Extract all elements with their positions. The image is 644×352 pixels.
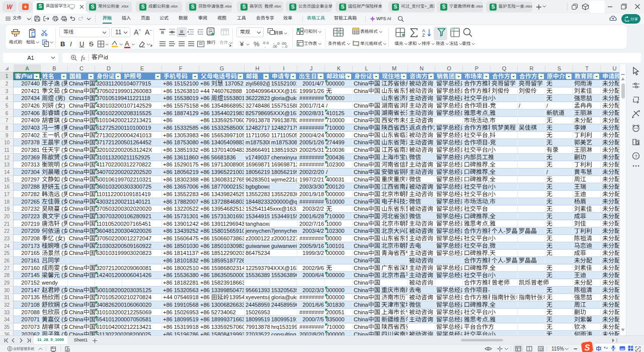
svg-text:guiwanwei: guiwanwei	[246, 243, 271, 249]
svg-text:): )	[63, 95, 65, 101]
svg-text:+86 15731301693: +86 15731301693	[200, 213, 245, 219]
svg-text:########: ########	[299, 95, 325, 101]
svg-text:China: China	[354, 177, 369, 183]
svg-text:+86 13359257060: +86 13359257060	[200, 117, 245, 123]
svg-text:28: 28	[4, 273, 10, 278]
svg-text:A: A	[25, 65, 29, 71]
svg-text:(: (	[61, 221, 63, 227]
svg-text:China: China	[354, 294, 369, 300]
svg-text:2000/4/24: 2000/4/24	[299, 132, 324, 138]
svg-text:(: (	[61, 316, 63, 322]
svg-text:31: 31	[4, 295, 10, 300]
svg-text:000000: 000000	[326, 80, 345, 86]
svg-text:(: (	[61, 250, 63, 256]
svg-text:,: ,	[488, 110, 490, 116]
svg-text:340702200202202520: 340702200202202520	[96, 169, 151, 175]
svg-text:000000: 000000	[326, 191, 345, 197]
svg-text:+86 18595187726: +86 18595187726	[200, 257, 245, 263]
svg-text:1997/2/21: 1997/2/21	[299, 177, 324, 183]
svg-text:(: (	[61, 88, 63, 94]
svg-text:+86 13911296943: +86 13911296943	[200, 221, 245, 227]
svg-text:2001/6/28: 2001/6/28	[299, 213, 324, 219]
svg-text:2005/1/26: 2005/1/26	[299, 139, 324, 145]
svg-text:22: 22	[4, 228, 10, 234]
svg-text:2002/8/31: 2002/8/31	[299, 110, 324, 116]
svg-text:China: China	[69, 110, 84, 116]
svg-text:China: China	[354, 154, 369, 160]
svg-text:207223: 207223	[21, 213, 40, 219]
svg-text:150269534: 150269534	[246, 309, 273, 315]
svg-text:########: ########	[299, 324, 325, 330]
svg-text:B: B	[52, 65, 56, 71]
svg-text:710000: 710000	[326, 324, 345, 330]
svg-text:301830: 301830	[326, 302, 345, 308]
svg-text:117110505: 117110505	[246, 132, 272, 138]
svg-text:China: China	[69, 125, 84, 131]
svg-text:2002/2/20: 2002/2/20	[299, 169, 324, 175]
svg-text:(: (	[61, 228, 63, 234]
svg-text:(: (	[61, 139, 63, 145]
svg-text:China: China	[69, 161, 84, 167]
svg-text:+86 18512290203: +86 18512290203	[200, 250, 245, 256]
svg-text:310113200211152925: 310113200211152925	[96, 154, 150, 160]
svg-text:14: 14	[4, 169, 10, 175]
svg-text:16: 16	[4, 184, 10, 190]
svg-text:244589596: 244589596	[246, 302, 273, 308]
svg-text:China: China	[354, 88, 369, 94]
svg-text:13954: 13954	[229, 294, 245, 300]
svg-text:China: China	[69, 147, 84, 153]
svg-text:(: (	[61, 272, 63, 278]
svg-text:654101200007050581: 654101200007050581	[96, 316, 151, 322]
svg-text:370502200012272047: 370502200012272047	[96, 235, 151, 241]
svg-text:.xlsx: .xlsx	[170, 4, 178, 9]
svg-text:): )	[63, 235, 65, 241]
svg-text:610104200212213421: 610104200212213421	[96, 324, 151, 330]
svg-text:,: ,	[488, 243, 490, 249]
svg-text:2003/4/2: 2003/4/2	[302, 228, 324, 234]
svg-text:102300: 102300	[326, 161, 345, 167]
svg-text:207152: 207152	[21, 280, 40, 286]
svg-text:+86 13405409883: +86 13405409883	[200, 139, 245, 145]
svg-text:(: (	[61, 177, 63, 183]
svg-text:S: S	[585, 343, 590, 352]
svg-text:207313: 207313	[21, 161, 40, 167]
svg-text:169698712: 169698712	[246, 161, 273, 167]
svg-text:China: China	[354, 287, 369, 293]
svg-text:.xlsx: .xlsx	[475, 4, 483, 9]
svg-text:China: China	[354, 302, 369, 308]
svg-text:207378: 207378	[21, 139, 40, 145]
svg-text:207135: 207135	[21, 294, 40, 300]
svg-text:(: (	[61, 294, 63, 300]
svg-text:.00: .00	[272, 45, 277, 48]
svg-text:+86: +86	[200, 80, 210, 86]
svg-text:China: China	[354, 265, 369, 271]
svg-text:362228235: 362228235	[246, 95, 273, 101]
svg-text:U: U	[613, 65, 617, 71]
svg-text:China: China	[69, 177, 84, 183]
svg-text:207421: 207421	[21, 88, 40, 94]
svg-text:wendy: wendy	[41, 280, 58, 286]
svg-text:2001/9/18: 2001/9/18	[299, 191, 324, 197]
svg-text:+86 19713008905: +86 19713008905	[200, 161, 245, 167]
svg-text:.xlsx: .xlsx	[121, 4, 129, 9]
svg-text:835000: 835000	[326, 316, 345, 322]
svg-text:000000: 000000	[326, 287, 345, 293]
svg-text:(: (	[61, 125, 63, 131]
svg-text:wjrme221@: wjrme221@	[271, 177, 301, 183]
svg-text:+86 13359257060: +86 13359257060	[200, 324, 245, 330]
svg-text:China: China	[354, 132, 369, 138]
svg-text:207409: 207409	[21, 117, 40, 123]
svg-text:+86: +86	[200, 294, 210, 300]
svg-text:z20001227: z20001227	[271, 235, 298, 241]
svg-text:,: ,	[488, 221, 490, 227]
svg-text:956613934: 956613934	[246, 287, 273, 293]
svg-text:id: id	[104, 54, 108, 60]
svg-text:,: ,	[488, 199, 490, 205]
svg-text:China: China	[69, 103, 84, 109]
svg-text:+86 13954682513: +86 13954682513	[200, 206, 245, 212]
svg-text:_: _	[409, 4, 412, 9]
svg-text:China: China	[354, 103, 369, 109]
svg-text:China: China	[69, 309, 84, 315]
svg-text:China: China	[354, 125, 369, 131]
svg-text:China: China	[69, 294, 84, 300]
